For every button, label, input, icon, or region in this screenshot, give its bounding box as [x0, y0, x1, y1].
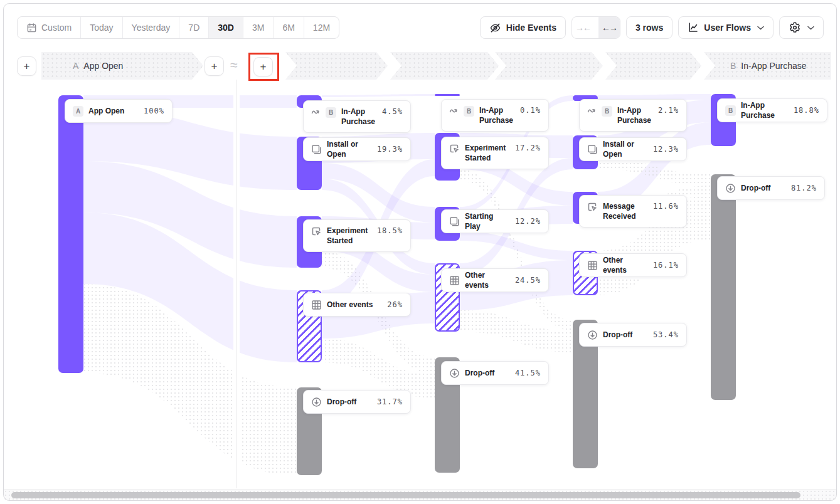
event-label: In-App Purchase [617, 105, 653, 125]
header-segment-4[interactable] [605, 52, 701, 80]
date-range-label: 30D [218, 23, 234, 33]
column-divider [237, 80, 237, 488]
trend-icon [587, 106, 597, 115]
event-letter-badge: B [326, 107, 336, 118]
grid-icon [449, 275, 460, 286]
approx-symbol: ≈ [230, 58, 238, 73]
event-letter-badge: B [602, 106, 612, 117]
date-range-label: 6M [282, 23, 294, 33]
step-b-label: In-App Purchase [741, 61, 806, 71]
flow-card-between-3-iap[interactable]: BIn-App Purchase2.1% [579, 99, 687, 132]
toolbar-right-group: Hide Events →← ←→ 3 rows User Flows [480, 16, 824, 39]
event-percent: 11.6% [653, 202, 679, 211]
toolbar: CustomTodayYesterday7D30D3M6M12M Hide Ev… [17, 16, 824, 39]
date-range-7d[interactable]: 7D [179, 17, 209, 38]
date-range-label: Custom [41, 23, 72, 33]
flow-card-between-1-other[interactable]: Other events26% [303, 293, 411, 317]
chevron-down-icon [757, 26, 764, 30]
date-range-label: Yesterday [132, 23, 171, 33]
width-toggle: →← ←→ [572, 16, 620, 39]
flow-card-between-3-drop[interactable]: Drop-off53.4% [579, 323, 687, 347]
event-percent: 4.5% [382, 107, 403, 116]
event-label: App Open [88, 106, 139, 116]
flow-card-between-2-sp[interactable]: Starting Play12.2% [441, 209, 549, 233]
flow-card-between-3-other[interactable]: Other events16.1% [579, 253, 687, 277]
rows-button[interactable]: 3 rows [626, 16, 673, 39]
flow-card-between-1-iap[interactable]: BIn-App Purchase4.5% [303, 100, 411, 133]
chevron-down-icon [807, 26, 814, 30]
flow-card-between-1-install[interactable]: Install or Open19.3% [303, 137, 411, 161]
event-label: Experiment Started [327, 226, 372, 246]
flow-bar-step-a-appopen[interactable] [58, 95, 83, 373]
flow-card-between-1-drop[interactable]: Drop-off31.7% [303, 390, 411, 414]
flow-card-between-2-other[interactable]: Other events24.5% [441, 268, 549, 292]
copy-icon [449, 216, 460, 227]
date-range-selector: CustomTodayYesterday7D30D3M6M12M [17, 16, 339, 39]
horizontal-scrollbar-track[interactable] [4, 489, 836, 500]
settings-button[interactable] [779, 16, 824, 39]
flow-card-between-2-iap[interactable]: BIn-App Purchase0.1% [441, 99, 549, 132]
header-segment-2[interactable] [390, 52, 499, 80]
add-step-before-button[interactable]: + [17, 56, 36, 76]
flow-card-between-2-exp[interactable]: Experiment Started17.2% [441, 137, 549, 169]
event-percent: 0.1% [520, 106, 541, 115]
date-range-6m[interactable]: 6M [274, 17, 304, 38]
copy-icon [311, 144, 322, 155]
view-selector-label: User Flows [704, 23, 751, 33]
event-percent: 41.5% [515, 369, 541, 377]
event-label: In-App Purchase [741, 100, 789, 120]
flow-card-step-b-drop[interactable]: Drop-off81.2% [717, 176, 825, 200]
event-percent: 24.5% [515, 276, 541, 285]
horizontal-scrollbar-thumb[interactable] [11, 492, 800, 498]
flow-card-between-1-exp[interactable]: Experiment Started18.5% [303, 219, 411, 252]
flow-bar-step-b-drop[interactable] [711, 174, 736, 400]
collapse-columns-button[interactable]: →← [572, 17, 593, 38]
trend-icon [311, 107, 321, 117]
calendar-icon [26, 23, 37, 33]
copy-icon [587, 144, 598, 155]
event-label: Experiment Started [465, 143, 510, 163]
step-b-badge: B [730, 61, 736, 71]
rows-label: 3 rows [635, 23, 663, 33]
line-chart-icon [688, 22, 699, 33]
flow-card-between-3-msg[interactable]: Message Received11.6% [579, 195, 687, 228]
date-range-30d[interactable]: 30D [209, 17, 243, 38]
event-percent: 81.2% [791, 184, 817, 192]
dropoff-icon [725, 183, 736, 194]
flow-card-between-2-drop[interactable]: Drop-off41.5% [441, 361, 549, 385]
flow-card-step-b-iap[interactable]: BIn-App Purchase18.8% [717, 98, 827, 122]
date-range-today[interactable]: Today [81, 17, 122, 38]
event-label: In-App Purchase [341, 107, 377, 127]
expand-columns-button[interactable]: ←→ [598, 17, 620, 38]
date-range-12m[interactable]: 12M [304, 17, 339, 38]
flow-card-step-a-appopen[interactable]: AApp Open100% [65, 99, 173, 123]
view-selector-button[interactable]: User Flows [678, 16, 774, 39]
header-segment-1[interactable] [285, 52, 388, 80]
date-range-custom[interactable]: Custom [18, 17, 81, 38]
event-label: Drop-off [603, 330, 648, 340]
event-label: In-App Purchase [479, 105, 515, 125]
date-range-3m[interactable]: 3M [243, 17, 274, 38]
dropoff-icon [587, 330, 598, 340]
dropoff-icon [311, 397, 322, 407]
header-step-a[interactable]: A App Open [41, 52, 203, 80]
header-step-b[interactable]: B In-App Purchase [704, 52, 831, 80]
event-percent: 18.8% [794, 106, 819, 115]
eye-slash-icon [489, 22, 501, 34]
click-icon [449, 144, 460, 154]
event-label: Install or Open [327, 139, 372, 159]
date-range-yesterday[interactable]: Yesterday [123, 17, 180, 38]
add-step-after-a-button[interactable]: + [205, 56, 224, 76]
step-a-label: App Open [83, 61, 123, 71]
flow-card-between-3-install[interactable]: Install or Open12.3% [579, 137, 687, 161]
event-letter-badge: A [73, 106, 83, 117]
event-percent: 18.5% [377, 226, 403, 235]
grid-icon [311, 300, 322, 310]
hide-events-label: Hide Events [506, 23, 556, 33]
event-percent: 17.2% [515, 144, 541, 152]
flow-bar-between-2-iap[interactable] [435, 94, 460, 96]
header-segment-3[interactable] [495, 52, 603, 80]
gear-icon [789, 21, 801, 34]
hide-events-button[interactable]: Hide Events [480, 16, 566, 39]
event-percent: 12.3% [653, 145, 679, 154]
